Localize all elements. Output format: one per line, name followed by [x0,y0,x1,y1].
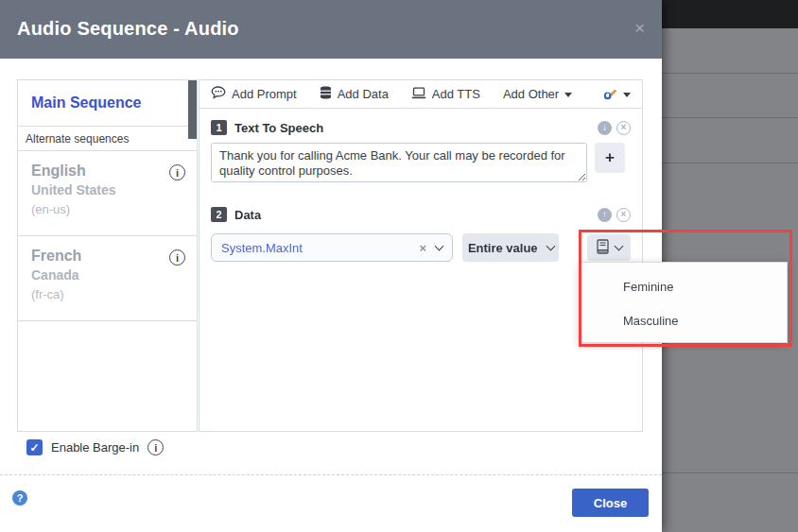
data-variable-combobox[interactable]: System.MaxInt × [211,233,453,262]
voice-gender-dropdown-button[interactable] [587,234,631,261]
enable-barge-in-checkbox[interactable]: ✓ [26,439,43,455]
help-icon[interactable]: ? [12,490,27,506]
data-controls-row: System.MaxInt × Entire value [211,233,631,262]
language-region: Canada [31,267,183,283]
sidebar-scrollbar-thumb[interactable] [188,80,197,139]
chevron-down-icon [435,241,444,250]
editor-toolbar: Add Prompt Add Data Add TTS Add Other [200,80,642,109]
sequence-editor-panel: Add Prompt Add Data Add TTS Add Other [199,79,643,432]
backdrop-row-divider [662,163,798,163]
add-data-label: Add Data [338,87,389,101]
move-down-icon[interactable]: ↓ [598,121,612,135]
modal-close-icon[interactable]: × [634,19,645,37]
tools-dropdown[interactable] [603,86,631,103]
barge-in-row: ✓ Enable Barge-in i [26,439,164,455]
remove-section-icon[interactable]: × [616,121,631,135]
audio-sequence-modal: Audio Sequence - Audio × Main Sequence A… [0,0,662,532]
database-icon [320,86,332,102]
section-title: Data [234,208,261,222]
voice-gender-menu: Feminine Masculine [580,262,788,343]
chevron-down-icon [623,93,631,97]
section-title: Text To Speech [234,121,323,135]
add-other-dropdown[interactable]: Add Other [503,87,572,101]
add-tts-label: Add TTS [432,87,480,101]
play-mode-dropdown[interactable]: Entire value [462,233,559,262]
barge-in-label: Enable Barge-in [51,440,139,455]
data-section-header: 2 Data ↑ × [211,205,631,224]
sidebar-item-french[interactable]: French Canada (fr-ca) i [18,236,197,321]
chevron-down-icon [564,93,572,97]
modal-title: Audio Sequence - Audio [17,18,239,40]
chevron-down-icon [615,241,624,250]
sidebar-item-english[interactable]: English United States (en-us) i [18,151,197,236]
editor-content: 1 Text To Speech ↓ × Thank you for calli… [200,109,642,271]
language-code: (fr-ca) [31,287,183,301]
backdrop-row-divider [662,117,798,118]
sidebar-item-main-sequence[interactable]: Main Sequence [18,80,197,127]
backdrop-row-divider [662,472,798,473]
main-sequence-label: Main Sequence [31,94,141,112]
info-icon[interactable]: i [147,439,164,455]
language-code: (en-us) [31,202,183,216]
add-tts-button[interactable]: Add TTS [411,87,480,102]
language-region: United States [31,182,183,197]
tts-display-icon [411,87,426,102]
section-number-badge: 1 [211,120,227,135]
alternate-sequences-label: Alternate sequences [18,127,197,151]
sequence-sidebar: Main Sequence Alternate sequences Englis… [17,79,198,432]
speech-bubble-icon [211,86,226,102]
remove-section-icon[interactable]: × [616,208,631,222]
info-icon[interactable]: i [169,249,185,266]
language-name: French [31,248,183,265]
tts-text-input[interactable]: Thank you for calling Acme Bank. Your ca… [211,143,587,182]
add-tts-segment-button[interactable]: + [595,143,625,173]
modal-header: Audio Sequence - Audio × [0,0,662,59]
section-number-badge: 2 [211,207,227,222]
menu-item-feminine[interactable]: Feminine [581,269,787,303]
backdrop-row-divider [662,73,798,74]
play-mode-label: Entire value [468,241,538,255]
language-name: English [31,163,183,180]
add-prompt-button[interactable]: Add Prompt [211,86,297,102]
footer-divider [0,474,662,475]
clear-icon[interactable]: × [420,241,427,255]
move-up-icon[interactable]: ↑ [598,208,612,222]
chevron-down-icon [546,241,555,250]
tts-row: Thank you for calling Acme Bank. Your ca… [211,143,631,182]
info-icon[interactable]: i [169,164,185,180]
tts-section-header: 1 Text To Speech ↓ × [211,118,631,137]
dictionary-book-icon [596,239,610,257]
screenshot-stage: Audio Sequence - Audio × Main Sequence A… [0,0,798,532]
close-button[interactable]: Close [572,489,649,517]
add-data-button[interactable]: Add Data [320,86,389,102]
add-prompt-label: Add Prompt [232,87,297,101]
menu-item-masculine[interactable]: Masculine [581,303,787,337]
wrench-icon [603,86,617,103]
add-other-label: Add Other [503,87,559,101]
backdrop-top-bar [662,0,798,28]
data-variable-value: System.MaxInt [221,241,420,255]
